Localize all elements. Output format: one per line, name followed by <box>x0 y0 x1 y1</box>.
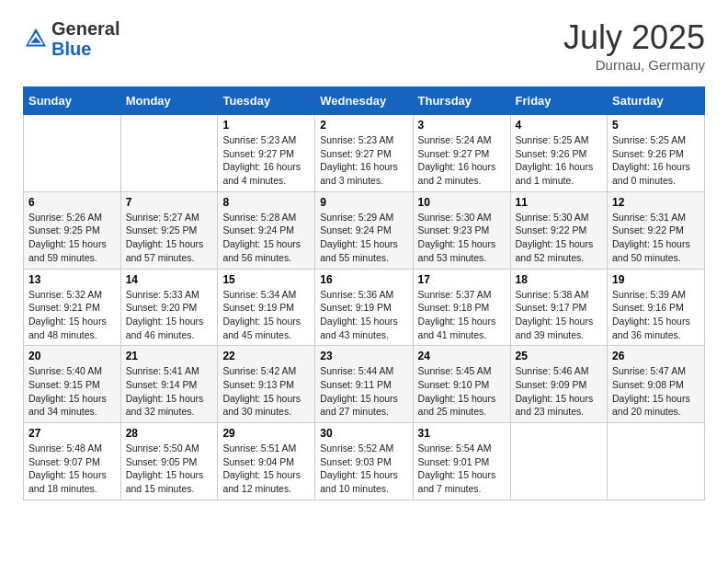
cell-sun-info: Sunrise: 5:52 AM Sunset: 9:03 PM Dayligh… <box>320 442 407 496</box>
calendar-cell: 9Sunrise: 5:29 AM Sunset: 9:24 PM Daylig… <box>315 191 413 269</box>
logo: General Blue <box>23 18 119 59</box>
day-number: 18 <box>516 273 603 286</box>
cell-sun-info: Sunrise: 5:46 AM Sunset: 9:09 PM Dayligh… <box>516 364 603 419</box>
cell-sun-info: Sunrise: 5:42 AM Sunset: 9:13 PM Dayligh… <box>222 364 310 419</box>
calendar-cell: 4Sunrise: 5:25 AM Sunset: 9:26 PM Daylig… <box>510 115 608 192</box>
calendar-cell: 15Sunrise: 5:34 AM Sunset: 9:19 PM Dayli… <box>218 269 315 346</box>
cell-sun-info: Sunrise: 5:26 AM Sunset: 9:25 PM Dayligh… <box>28 211 116 265</box>
calendar-cell: 13Sunrise: 5:32 AM Sunset: 9:21 PM Dayli… <box>24 269 121 346</box>
cell-sun-info: Sunrise: 5:33 AM Sunset: 9:20 PM Dayligh… <box>126 288 213 342</box>
cell-sun-info: Sunrise: 5:50 AM Sunset: 9:05 PM Dayligh… <box>126 442 213 496</box>
location-subtitle: Durnau, Germany <box>563 57 705 73</box>
day-number: 26 <box>612 350 700 362</box>
calendar-cell: 14Sunrise: 5:33 AM Sunset: 9:20 PM Dayli… <box>120 269 218 346</box>
title-block: July 2025 Durnau, Germany <box>563 18 705 73</box>
calendar-table: SundayMondayTuesdayWednesdayThursdayFrid… <box>23 86 705 500</box>
day-header-sunday: Sunday <box>24 87 121 115</box>
day-number: 7 <box>126 196 213 209</box>
day-number: 20 <box>28 350 116 362</box>
cell-sun-info: Sunrise: 5:34 AM Sunset: 9:19 PM Dayligh… <box>222 288 310 342</box>
month-year-title: July 2025 <box>563 18 705 57</box>
calendar-cell: 20Sunrise: 5:40 AM Sunset: 9:15 PM Dayli… <box>24 346 121 423</box>
cell-sun-info: Sunrise: 5:40 AM Sunset: 9:15 PM Dayligh… <box>28 364 116 419</box>
calendar-cell: 6Sunrise: 5:26 AM Sunset: 9:25 PM Daylig… <box>24 191 121 269</box>
cell-sun-info: Sunrise: 5:23 AM Sunset: 9:27 PM Dayligh… <box>320 133 407 188</box>
day-number: 8 <box>222 196 310 209</box>
day-number: 10 <box>418 196 506 209</box>
day-number: 30 <box>320 427 407 440</box>
calendar-cell <box>120 115 218 192</box>
cell-sun-info: Sunrise: 5:51 AM Sunset: 9:04 PM Dayligh… <box>222 442 310 496</box>
cell-sun-info: Sunrise: 5:41 AM Sunset: 9:14 PM Dayligh… <box>126 364 213 419</box>
cell-sun-info: Sunrise: 5:30 AM Sunset: 9:23 PM Dayligh… <box>418 211 506 265</box>
calendar-week-row: 27Sunrise: 5:48 AM Sunset: 9:07 PM Dayli… <box>24 423 705 500</box>
calendar-cell: 23Sunrise: 5:44 AM Sunset: 9:11 PM Dayli… <box>315 346 413 423</box>
day-number: 1 <box>222 119 310 132</box>
calendar-cell: 8Sunrise: 5:28 AM Sunset: 9:24 PM Daylig… <box>218 191 315 269</box>
day-header-saturday: Saturday <box>608 87 705 115</box>
page-header: General Blue July 2025 Durnau, Germany <box>23 18 705 73</box>
logo-blue-text: Blue <box>51 39 119 59</box>
day-number: 17 <box>418 273 506 286</box>
cell-sun-info: Sunrise: 5:39 AM Sunset: 9:16 PM Dayligh… <box>612 288 700 342</box>
day-number: 23 <box>320 350 407 362</box>
calendar-week-row: 13Sunrise: 5:32 AM Sunset: 9:21 PM Dayli… <box>24 269 705 346</box>
cell-sun-info: Sunrise: 5:30 AM Sunset: 9:22 PM Dayligh… <box>516 211 603 265</box>
calendar-cell: 17Sunrise: 5:37 AM Sunset: 9:18 PM Dayli… <box>413 269 510 346</box>
calendar-cell: 5Sunrise: 5:25 AM Sunset: 9:26 PM Daylig… <box>608 115 705 192</box>
cell-sun-info: Sunrise: 5:31 AM Sunset: 9:22 PM Dayligh… <box>612 211 700 265</box>
calendar-cell: 30Sunrise: 5:52 AM Sunset: 9:03 PM Dayli… <box>315 423 413 500</box>
calendar-cell: 28Sunrise: 5:50 AM Sunset: 9:05 PM Dayli… <box>120 423 218 500</box>
calendar-cell: 7Sunrise: 5:27 AM Sunset: 9:25 PM Daylig… <box>120 191 218 269</box>
calendar-week-row: 1Sunrise: 5:23 AM Sunset: 9:27 PM Daylig… <box>24 115 705 192</box>
day-header-wednesday: Wednesday <box>315 87 413 115</box>
cell-sun-info: Sunrise: 5:45 AM Sunset: 9:10 PM Dayligh… <box>418 364 506 419</box>
day-number: 22 <box>222 350 310 362</box>
cell-sun-info: Sunrise: 5:32 AM Sunset: 9:21 PM Dayligh… <box>28 288 116 342</box>
cell-sun-info: Sunrise: 5:25 AM Sunset: 9:26 PM Dayligh… <box>612 133 700 188</box>
calendar-cell: 19Sunrise: 5:39 AM Sunset: 9:16 PM Dayli… <box>608 269 705 346</box>
cell-sun-info: Sunrise: 5:23 AM Sunset: 9:27 PM Dayligh… <box>222 133 310 188</box>
day-number: 12 <box>612 196 700 209</box>
calendar-cell: 26Sunrise: 5:47 AM Sunset: 9:08 PM Dayli… <box>608 346 705 423</box>
day-number: 29 <box>222 427 310 440</box>
day-number: 11 <box>516 196 603 209</box>
day-number: 4 <box>516 119 603 132</box>
logo-general-text: General <box>51 18 119 39</box>
cell-sun-info: Sunrise: 5:28 AM Sunset: 9:24 PM Dayligh… <box>222 211 310 265</box>
cell-sun-info: Sunrise: 5:29 AM Sunset: 9:24 PM Dayligh… <box>320 211 407 265</box>
day-number: 27 <box>28 427 116 440</box>
day-number: 31 <box>418 427 506 440</box>
day-header-friday: Friday <box>510 87 608 115</box>
calendar-cell: 16Sunrise: 5:36 AM Sunset: 9:19 PM Dayli… <box>315 269 413 346</box>
cell-sun-info: Sunrise: 5:38 AM Sunset: 9:17 PM Dayligh… <box>516 288 603 342</box>
day-number: 28 <box>126 427 213 440</box>
calendar-cell: 22Sunrise: 5:42 AM Sunset: 9:13 PM Dayli… <box>218 346 315 423</box>
cell-sun-info: Sunrise: 5:47 AM Sunset: 9:08 PM Dayligh… <box>612 364 700 419</box>
calendar-week-row: 6Sunrise: 5:26 AM Sunset: 9:25 PM Daylig… <box>24 191 705 269</box>
calendar-cell: 10Sunrise: 5:30 AM Sunset: 9:23 PM Dayli… <box>413 191 510 269</box>
day-number: 13 <box>28 273 116 286</box>
day-number: 6 <box>28 196 116 209</box>
calendar-header-row: SundayMondayTuesdayWednesdayThursdayFrid… <box>24 87 705 115</box>
day-header-monday: Monday <box>120 87 218 115</box>
day-number: 21 <box>126 350 213 362</box>
calendar-cell: 25Sunrise: 5:46 AM Sunset: 9:09 PM Dayli… <box>510 346 608 423</box>
cell-sun-info: Sunrise: 5:25 AM Sunset: 9:26 PM Dayligh… <box>516 133 603 188</box>
calendar-cell: 3Sunrise: 5:24 AM Sunset: 9:27 PM Daylig… <box>413 115 510 192</box>
calendar-cell <box>608 423 705 500</box>
calendar-cell: 31Sunrise: 5:54 AM Sunset: 9:01 PM Dayli… <box>413 423 510 500</box>
calendar-cell: 21Sunrise: 5:41 AM Sunset: 9:14 PM Dayli… <box>120 346 218 423</box>
calendar-cell: 1Sunrise: 5:23 AM Sunset: 9:27 PM Daylig… <box>218 115 315 192</box>
day-number: 15 <box>222 273 310 286</box>
calendar-cell: 29Sunrise: 5:51 AM Sunset: 9:04 PM Dayli… <box>218 423 315 500</box>
calendar-cell: 2Sunrise: 5:23 AM Sunset: 9:27 PM Daylig… <box>315 115 413 192</box>
cell-sun-info: Sunrise: 5:44 AM Sunset: 9:11 PM Dayligh… <box>320 364 407 419</box>
day-number: 16 <box>320 273 407 286</box>
cell-sun-info: Sunrise: 5:54 AM Sunset: 9:01 PM Dayligh… <box>418 442 506 496</box>
calendar-cell: 18Sunrise: 5:38 AM Sunset: 9:17 PM Dayli… <box>510 269 608 346</box>
day-number: 14 <box>126 273 213 286</box>
calendar-cell: 11Sunrise: 5:30 AM Sunset: 9:22 PM Dayli… <box>510 191 608 269</box>
calendar-cell: 24Sunrise: 5:45 AM Sunset: 9:10 PM Dayli… <box>413 346 510 423</box>
calendar-cell <box>24 115 121 192</box>
